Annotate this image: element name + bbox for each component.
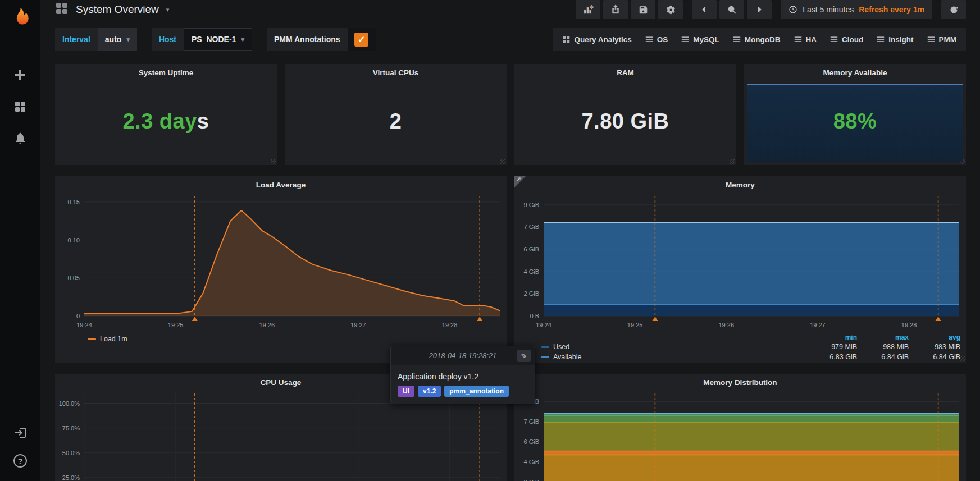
- svg-text:19:25: 19:25: [168, 322, 184, 328]
- legend-col-max[interactable]: max: [857, 333, 909, 341]
- panel-virtual-cpus: Virtual CPUs 2: [285, 64, 507, 165]
- title-caret-icon[interactable]: ▾: [166, 6, 170, 13]
- navbar-left: System Overview ▾: [55, 2, 169, 17]
- svg-text:19:26: 19:26: [719, 322, 735, 328]
- host-filter: Host PS_NODE-1 ▾: [152, 28, 252, 51]
- grafana-flame-icon: [9, 6, 31, 29]
- legend-col-min[interactable]: min: [805, 333, 857, 341]
- interval-select[interactable]: auto ▾: [98, 28, 137, 51]
- panel-title[interactable]: RAM: [514, 64, 736, 78]
- panel-title[interactable]: Load Average: [55, 176, 507, 190]
- link-os[interactable]: OS: [639, 35, 675, 44]
- time-forward-button[interactable]: [747, 0, 772, 19]
- interval-label: Interval: [55, 28, 98, 51]
- svg-text:19:28: 19:28: [901, 322, 917, 328]
- share-icon: [610, 4, 621, 15]
- menu-icon: [794, 35, 802, 43]
- zoom-out-button[interactable]: [719, 0, 744, 19]
- svg-text:6 GiB: 6 GiB: [523, 246, 539, 253]
- svg-text:2 GiB: 2 GiB: [523, 479, 539, 481]
- memory-chart[interactable]: 0 B2 GiB4 GiB6 GiB7 GiB9 GiB19:2419:2519…: [514, 190, 966, 332]
- annotation-tag[interactable]: pmm_annotation: [444, 386, 509, 397]
- annotation-tag[interactable]: v1.2: [418, 386, 441, 397]
- add-panel-button[interactable]: [576, 0, 600, 19]
- svg-text:25.0%: 25.0%: [62, 474, 80, 481]
- floppy-save-icon: [639, 5, 648, 15]
- dashboard-navbar: System Overview ▾: [55, 0, 966, 19]
- menu-icon: [877, 35, 885, 43]
- menu-icon: [645, 35, 653, 43]
- link-pmm[interactable]: PMM: [920, 35, 964, 44]
- available-swatch: [541, 356, 549, 358]
- svg-text:19:25: 19:25: [627, 322, 643, 328]
- alerting-bell-icon[interactable]: [12, 130, 28, 146]
- charts-row: Load Average 00.050.100.1519:2419:2519:2…: [55, 176, 966, 363]
- pmm-annotations-filter: PMM Annotations ✓: [267, 28, 376, 51]
- svg-text:0 B: 0 B: [530, 313, 539, 319]
- stats-row: System Uptime 2.3 days Virtual CPUs 2 RA…: [55, 64, 966, 165]
- apps-grid-icon[interactable]: [55, 2, 69, 17]
- save-button[interactable]: [631, 0, 655, 19]
- link-mongodb[interactable]: MongoDB: [726, 35, 787, 44]
- grafana-logo[interactable]: [7, 4, 34, 31]
- sidebar-bottom: ?: [12, 425, 28, 469]
- legend-swatch: [88, 338, 96, 340]
- panel-title[interactable]: Memory: [514, 176, 966, 190]
- settings-button[interactable]: [658, 0, 683, 19]
- annotation-tooltip: 2018-04-18 19:28:21 ✎ Application deploy…: [390, 346, 535, 404]
- link-ha[interactable]: HA: [787, 35, 824, 44]
- link-cloud[interactable]: Cloud: [823, 35, 870, 44]
- host-value: PS_NODE-1: [192, 35, 236, 44]
- interval-caret-icon: ▾: [126, 36, 130, 43]
- menu-icon: [733, 35, 741, 43]
- svg-text:50.0%: 50.0%: [62, 450, 80, 456]
- help-icon[interactable]: ?: [12, 453, 28, 469]
- svg-text:4 GiB: 4 GiB: [523, 459, 539, 465]
- share-button[interactable]: [603, 0, 628, 19]
- legend-label[interactable]: Load 1m: [100, 335, 127, 343]
- refresh-button[interactable]: [941, 0, 966, 19]
- sidebar-nav: [12, 67, 28, 146]
- panel-title[interactable]: Memory Available: [744, 64, 966, 78]
- navbar-right: Last 5 minutes Refresh every 1m: [576, 0, 966, 19]
- host-select[interactable]: PS_NODE-1 ▾: [184, 28, 252, 51]
- used-swatch: [541, 346, 549, 348]
- panel-title[interactable]: System Uptime: [55, 64, 277, 78]
- create-icon[interactable]: [12, 67, 28, 83]
- svg-text:75.0%: 75.0%: [62, 425, 80, 432]
- link-query-analytics[interactable]: Query Analytics: [556, 35, 638, 44]
- time-picker-button[interactable]: Last 5 minutes Refresh every 1m: [781, 0, 932, 19]
- svg-text:9 GiB: 9 GiB: [523, 201, 539, 208]
- chevron-left-icon: [700, 5, 709, 14]
- panel-links-icon[interactable]: [514, 176, 526, 187]
- menu-icon: [927, 35, 935, 43]
- chevron-right-icon: [755, 5, 764, 14]
- svg-text:19:26: 19:26: [259, 322, 275, 328]
- menu-icon: [830, 35, 838, 43]
- panel-title[interactable]: Memory Distribution: [514, 374, 966, 388]
- time-nav-group: [692, 0, 772, 19]
- annotation-tag[interactable]: UI: [398, 386, 414, 397]
- legend-header-row: min max avg: [541, 333, 960, 342]
- edit-annotation-button[interactable]: ✎: [517, 350, 531, 362]
- panel-memory-available: Memory Available 88%: [744, 64, 966, 165]
- time-back-button[interactable]: [692, 0, 717, 19]
- panel-load-average: Load Average 00.050.100.1519:2419:2519:2…: [55, 176, 507, 363]
- panel-title[interactable]: Virtual CPUs: [285, 64, 507, 78]
- memory-distribution-chart[interactable]: 9 GiB7 GiB6 GiB4 GiB2 GiB0 B: [514, 388, 966, 481]
- external-link-icon: [515, 177, 521, 183]
- legend-col-avg[interactable]: avg: [909, 333, 960, 341]
- pmm-annotations-checkbox[interactable]: ✓: [348, 28, 376, 51]
- link-insight[interactable]: Insight: [870, 35, 920, 44]
- link-mysql[interactable]: MySQL: [674, 35, 726, 44]
- svg-text:19:24: 19:24: [76, 322, 92, 328]
- svg-text:2 GiB: 2 GiB: [523, 290, 539, 297]
- sidebar: ?: [0, 0, 40, 481]
- panel-actions-group: [576, 0, 683, 19]
- sign-in-icon[interactable]: [12, 425, 28, 441]
- dashboards-icon[interactable]: [12, 99, 28, 114]
- dashboard-title[interactable]: System Overview: [76, 3, 159, 16]
- panel-ram: RAM 7.80 GiB: [514, 64, 736, 165]
- legend-row-available: Available 6.83 GiB 6.84 GiB 6.84 GiB: [541, 352, 960, 362]
- load-average-chart[interactable]: 00.050.100.1519:2419:2519:2619:2719:28: [55, 190, 507, 332]
